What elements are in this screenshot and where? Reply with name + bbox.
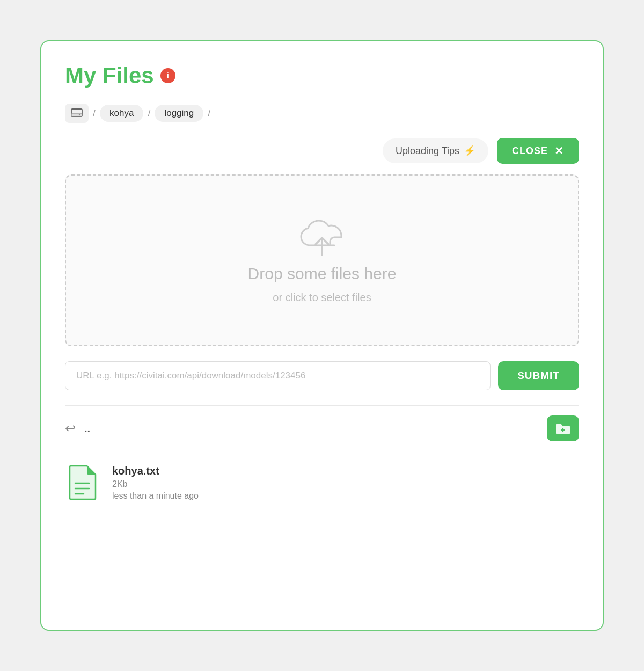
submit-button[interactable]: SUBMIT	[498, 361, 579, 390]
title-row: My Files i	[65, 63, 579, 89]
cloud-upload-icon	[298, 217, 346, 256]
close-button[interactable]: CLOSE ✕	[497, 138, 579, 164]
main-card: My Files i / kohya / logging / Uploading…	[40, 40, 604, 631]
url-input[interactable]	[65, 361, 491, 390]
close-label: CLOSE	[512, 145, 548, 157]
breadcrumb-sep-2: /	[148, 108, 150, 119]
breadcrumb-item-kohya[interactable]: kohya	[100, 105, 143, 122]
file-dropzone[interactable]: Drop some files here or click to select …	[65, 174, 579, 346]
svg-point-2	[79, 114, 80, 115]
breadcrumb-item-logging[interactable]: logging	[155, 105, 203, 122]
close-x-icon: ✕	[554, 144, 564, 157]
bolt-icon: ⚡	[464, 145, 475, 157]
drop-main-text: Drop some files here	[248, 265, 397, 283]
table-row[interactable]: kohya.txt 2Kb less than a minute ago	[65, 451, 579, 514]
new-folder-icon	[555, 421, 571, 435]
file-info: kohya.txt 2Kb less than a minute ago	[112, 465, 199, 501]
breadcrumb-drive-icon[interactable]	[65, 104, 89, 123]
drop-sub-text: or click to select files	[273, 291, 371, 304]
info-icon[interactable]: i	[160, 68, 175, 83]
new-folder-button[interactable]	[547, 415, 579, 441]
file-size: 2Kb	[112, 479, 199, 489]
breadcrumb-sep-1: /	[93, 108, 96, 119]
toolbar-row: Uploading Tips ⚡ CLOSE ✕	[65, 138, 579, 164]
file-icon-wrap	[65, 463, 99, 502]
breadcrumb-sep-3: /	[208, 108, 210, 119]
uploading-tips-label: Uploading Tips	[396, 145, 459, 157]
back-arrow-icon: ↩	[65, 421, 76, 436]
file-icon	[68, 465, 97, 500]
back-button[interactable]: ↩	[65, 421, 76, 436]
breadcrumb: / kohya / logging /	[65, 104, 579, 123]
page-title: My Files	[65, 63, 154, 89]
parent-dir-label: ..	[84, 422, 90, 435]
drive-svg	[70, 108, 83, 119]
file-list: kohya.txt 2Kb less than a minute ago	[65, 451, 579, 514]
file-nav-row: ↩ ..	[65, 406, 579, 451]
uploading-tips-button[interactable]: Uploading Tips ⚡	[383, 138, 488, 163]
file-name: kohya.txt	[112, 465, 199, 477]
url-row: SUBMIT	[65, 361, 579, 390]
svg-rect-1	[71, 113, 82, 116]
file-modified: less than a minute ago	[112, 491, 199, 501]
